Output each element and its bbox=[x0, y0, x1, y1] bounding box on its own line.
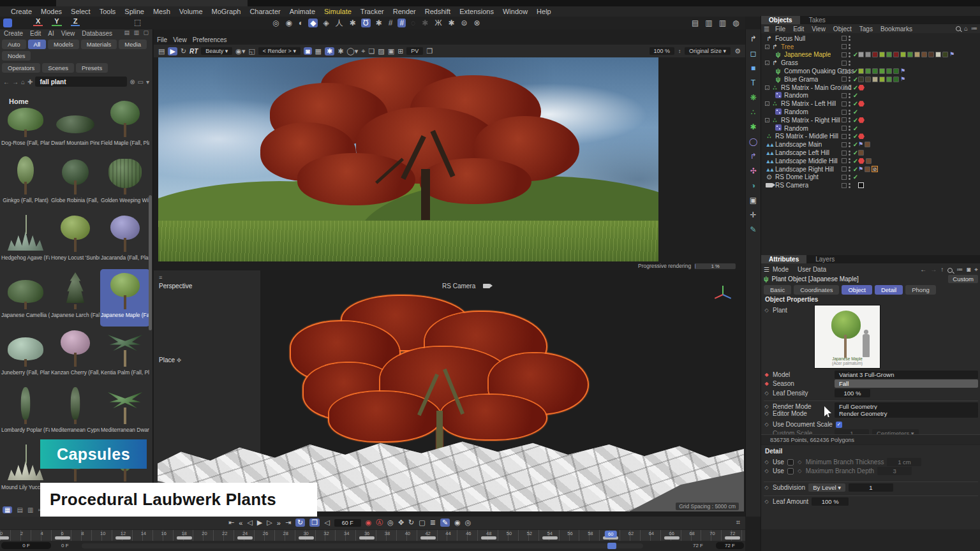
object-row-rs-matrix-middle-hill[interactable]: ∴RS Matrix - Middle Hill✓ bbox=[761, 133, 980, 141]
keyframe-marker[interactable] bbox=[299, 536, 314, 540]
attributes-menu-user-data[interactable]: User Data bbox=[798, 266, 826, 273]
keyframe-marker[interactable] bbox=[0, 536, 9, 540]
key-diamond-icon[interactable]: ◇ bbox=[764, 404, 769, 409]
back-icon[interactable]: ← bbox=[920, 266, 926, 274]
snapshot-a-icon[interactable]: ✱ bbox=[325, 47, 334, 55]
mograph-tool-icon[interactable]: ◌ bbox=[410, 18, 417, 27]
leaf-amount-field[interactable]: 100 % bbox=[812, 497, 849, 506]
object-tags[interactable] bbox=[858, 85, 865, 91]
visibility-toggles[interactable]: ✓ bbox=[842, 100, 859, 107]
picture-viewer-icon[interactable]: PV bbox=[406, 47, 423, 55]
use-max-branch-checkbox[interactable] bbox=[787, 468, 794, 474]
menu-tools[interactable]: Tools bbox=[95, 8, 121, 15]
render-view-menu-file[interactable]: File bbox=[157, 36, 167, 43]
object-menu-edit[interactable]: Edit bbox=[793, 26, 804, 33]
object-tags[interactable] bbox=[858, 117, 865, 123]
visibility-toggles[interactable]: ✓ bbox=[842, 149, 859, 156]
asset-item-mediterranean-dwarf[interactable]: Mediterranean Dwarf ... bbox=[100, 384, 150, 441]
asset-item-juneberry-fall-plant[interactable]: Juneberry (Fall, Plant) bbox=[1, 327, 50, 384]
asset-item-field-maple-fall-plant[interactable]: Field Maple (Fall, Plant) bbox=[100, 97, 150, 154]
object-row-rs-matrix-main-ground[interactable]: -∴RS Matrix - Main Ground✓ bbox=[761, 84, 980, 92]
visibility-toggles[interactable]: ✓ bbox=[842, 133, 859, 140]
zoom-stepper[interactable]: ↕ bbox=[678, 48, 681, 54]
object-tags[interactable] bbox=[858, 133, 865, 139]
character-settings-icon[interactable]: ✱ bbox=[348, 18, 357, 27]
tab-objects[interactable]: Objects bbox=[761, 16, 800, 24]
grid-snap-icon[interactable]: # bbox=[387, 18, 394, 27]
zoom-field[interactable]: 100 % bbox=[650, 47, 675, 55]
asset-tab-nodes[interactable]: Nodes bbox=[2, 51, 31, 61]
size-dropdown[interactable]: Original Size ▾ bbox=[685, 47, 731, 55]
forward-icon[interactable]: → bbox=[12, 78, 19, 85]
volume-object-icon[interactable]: ◑ bbox=[751, 181, 755, 190]
use-document-scale-checkbox[interactable]: ✓ bbox=[836, 422, 842, 428]
plant-preview-thumbnail[interactable]: Japanese Maple (Acer palmatum) bbox=[814, 305, 880, 369]
start-ipr-icon[interactable]: ▶ bbox=[168, 47, 177, 55]
object-row-random[interactable]: Random✓ bbox=[761, 92, 980, 100]
key-diamond-icon[interactable]: ◇ bbox=[764, 468, 769, 474]
menu-volume[interactable]: Volume bbox=[175, 8, 207, 15]
object-tags[interactable]: ⚑ bbox=[858, 68, 905, 74]
mograph-settings-icon[interactable]: ✱ bbox=[420, 18, 429, 27]
render-sphere-icon[interactable]: ◍ bbox=[731, 18, 740, 27]
filmstrip-icon[interactable]: ▤ bbox=[158, 47, 165, 55]
attributes-menu-mode[interactable]: Mode bbox=[773, 266, 789, 273]
expand-icon[interactable]: - bbox=[765, 118, 769, 122]
place-tool-label[interactable]: Place ✥ bbox=[159, 356, 181, 364]
key-diamond-icon[interactable]: ◇ bbox=[764, 390, 769, 396]
coordinate-system-icon[interactable]: ⬚ bbox=[134, 18, 141, 27]
section-tab-coordinates[interactable]: Coordinates bbox=[794, 285, 839, 295]
rt-label[interactable]: RT bbox=[189, 48, 198, 55]
render-view-icon[interactable]: ◎ bbox=[271, 18, 280, 27]
object-row-common-quaking-grass[interactable]: ψCommon Quaking Grass✓⚑ bbox=[761, 67, 980, 75]
object-tags[interactable] bbox=[858, 182, 864, 188]
lock-icon[interactable]: ◙ bbox=[304, 47, 312, 55]
focus-icon[interactable]: ⌖ bbox=[361, 47, 365, 55]
asset-item-kentia-palm-fall-plant[interactable]: Kentia Palm (Fall, Plant) bbox=[100, 327, 150, 384]
range-track[interactable] bbox=[82, 543, 643, 548]
back-icon[interactable]: ← bbox=[3, 78, 10, 85]
asset-item-japanese-larch-fall-pl[interactable]: Japanese Larch (Fall, Pl... bbox=[50, 269, 100, 327]
viewport-menu-icon[interactable]: ≡ bbox=[159, 274, 162, 281]
asset-item-dog-rose-fall-plant[interactable]: Dog-Rose (Fall, Plant) bbox=[1, 97, 50, 154]
object-row-blue-grama[interactable]: ψBlue Grama✓⚑ bbox=[761, 75, 980, 84]
object-row-grass[interactable]: -↱Grass bbox=[761, 59, 980, 67]
camera-icon[interactable] bbox=[483, 283, 490, 290]
object-tags[interactable] bbox=[858, 150, 864, 156]
layout-icon[interactable] bbox=[3, 18, 12, 27]
up-icon[interactable]: ↑ bbox=[940, 266, 944, 274]
grid-icon[interactable]: ▦ bbox=[315, 47, 322, 55]
target-icon[interactable]: ⌖ bbox=[974, 266, 978, 274]
visibility-toggles[interactable] bbox=[842, 183, 859, 188]
range-start-field[interactable]: 0 F bbox=[1, 542, 51, 549]
forward-icon[interactable]: → bbox=[930, 266, 937, 274]
subdivision-field[interactable]: 1 bbox=[849, 483, 893, 492]
leaf-density-field[interactable]: 100 % bbox=[835, 389, 870, 397]
asset-item-japanese-camellia-fal[interactable]: Japanese Camellia (Fal... bbox=[1, 269, 50, 327]
object-menu-file[interactable]: File bbox=[775, 26, 785, 33]
menu-select[interactable]: Select bbox=[66, 8, 95, 15]
menu-mograph[interactable]: MoGraph bbox=[207, 8, 246, 15]
render-region-icon[interactable]: ◐ bbox=[297, 18, 304, 27]
simulation-settings-icon[interactable]: ✱ bbox=[375, 18, 383, 27]
render-settings-icon[interactable]: ◈ bbox=[322, 18, 330, 27]
asset-menu-databases[interactable]: Databases bbox=[82, 30, 112, 38]
search-input[interactable] bbox=[35, 77, 127, 87]
visibility-toggles[interactable]: ✓ bbox=[842, 84, 859, 91]
channel-icon[interactable]: ◉▾ bbox=[235, 47, 245, 55]
menu-character[interactable]: Character bbox=[245, 8, 285, 15]
spline-settings-icon[interactable]: ✱ bbox=[447, 18, 456, 27]
render-to-picture-viewer-icon[interactable]: ◉ bbox=[284, 18, 293, 27]
object-row-rs-matrix-right-hill[interactable]: -∴RS Matrix - Right Hill✓ bbox=[761, 116, 980, 124]
axis-lock-y[interactable]: Y bbox=[52, 17, 61, 26]
section-tab-phong[interactable]: Phong bbox=[905, 285, 935, 295]
interactive-render-icon[interactable]: ◆ bbox=[308, 18, 318, 27]
volume-union-icon[interactable]: ⊜ bbox=[460, 18, 469, 27]
render-slot-dropdown[interactable]: < Render > ▾ bbox=[258, 47, 301, 55]
object-tags[interactable] bbox=[858, 101, 865, 107]
key-diamond-icon[interactable]: ◆ bbox=[764, 372, 769, 378]
keyframe-marker[interactable] bbox=[481, 536, 496, 540]
asset-item-globe-robinia-fall-pl[interactable]: Globe Robinia (Fall, Pl... bbox=[50, 154, 100, 212]
render-view-menu-preferences[interactable]: Preferences bbox=[193, 36, 227, 43]
expand-icon[interactable]: ❏ bbox=[368, 47, 375, 55]
